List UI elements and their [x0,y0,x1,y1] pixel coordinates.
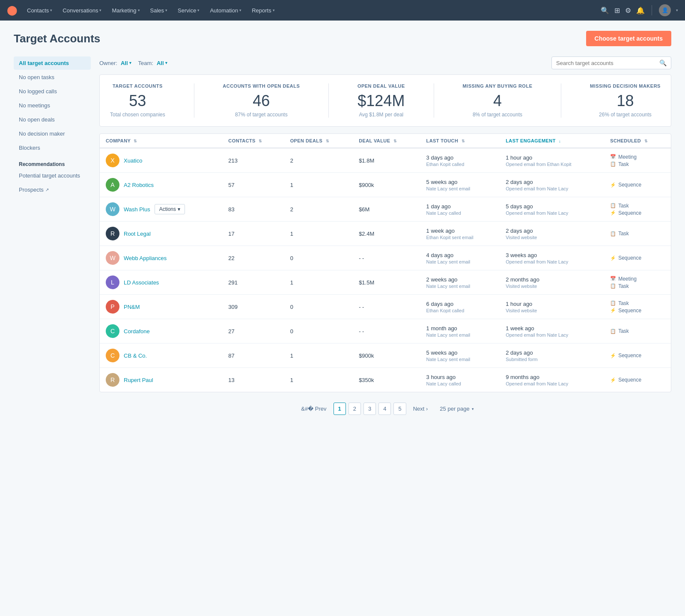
search-input[interactable] [556,60,657,66]
last-touch-primary: 3 days ago [426,154,494,161]
col-last-engagement[interactable]: LAST ENGAGEMENT ↓ [500,134,604,148]
scheduled-cell: ⚡ Sequence [604,344,671,368]
page-2-button[interactable]: 2 [348,403,361,415]
sidebar-item-no-decision-maker[interactable]: No decision maker [14,127,91,140]
avatar-chevron[interactable]: ▾ [676,8,678,12]
settings-icon[interactable]: ⚙ [625,6,631,15]
company-name[interactable]: LD Associates [124,279,159,286]
company-cell: C CB & Co. [100,344,222,368]
sidebar-item-blockers[interactable]: Blockers [14,141,91,154]
last-engagement-secondary: Opened email from Nate Lacy [506,381,598,386]
search-icon[interactable]: 🔍 [601,6,609,15]
owner-label: Owner: [99,60,117,66]
accounts-table: COMPANY ⇅ CONTACTS ⇅ OPEN DEALS ⇅ DEAL V… [100,134,671,392]
nav-contacts[interactable]: Contacts ▾ [23,5,57,16]
open-deals-cell: 1 [284,270,353,295]
col-scheduled[interactable]: SCHEDULED ⇅ [604,134,671,148]
last-engagement-primary: 2 days ago [506,228,598,234]
company-name[interactable]: Root Legal [124,231,151,237]
last-touch-primary: 1 day ago [426,203,494,210]
col-last-touch[interactable]: LAST TOUCH ⇅ [420,134,500,148]
col-company[interactable]: COMPANY ⇅ [100,134,222,148]
page-1-button[interactable]: 1 [334,403,346,415]
company-name[interactable]: PN&M [124,304,140,310]
last-engagement-primary: 9 months ago [506,374,598,380]
col-deal-value[interactable]: DEAL VALUE ⇅ [353,134,420,148]
company-name[interactable]: Cordafone [124,328,150,335]
deal-value-cell: - - [353,246,420,270]
scheduled-icon: 📅 [610,276,616,281]
scheduled-item: ⚡ Sequence [610,182,665,188]
filter-group: Owner: All ▾ Team: All ▾ [99,60,167,66]
company-name[interactable]: A2 Robotics [124,182,154,188]
nav-sales[interactable]: Sales ▾ [146,5,172,16]
hubspot-logo[interactable]: ⬤ [7,5,18,16]
page-5-button[interactable]: 5 [393,403,406,415]
next-button[interactable]: Next › [409,403,432,415]
company-name[interactable]: Wash Plus [124,206,150,213]
nav-automation[interactable]: Automation ▾ [206,5,246,16]
last-touch-cell: 5 weeks ago Nate Lacy sent email [420,344,500,368]
sidebar-item-no-open-deals[interactable]: No open deals [14,113,91,126]
scheduled-icon: ⚡ [610,377,616,383]
last-engagement-primary: 2 days ago [506,179,598,185]
last-touch-cell: 1 day ago Nate Lacy called [420,197,500,222]
table-row: R Root Legal 17 1 $2.4M 1 week ago Ethan… [100,222,671,246]
nav-marketing[interactable]: Marketing ▾ [107,5,144,16]
scheduled-icon: 📋 [610,329,616,334]
last-touch-secondary: Nate Lacy sent email [426,332,494,338]
owner-filter[interactable]: All ▾ [121,60,131,66]
scheduled-icon: 📋 [610,300,616,306]
company-name[interactable]: Xuatico [124,157,142,164]
last-engagement-cell: 2 days ago Visited website [500,222,604,246]
sidebar-item-no-logged-calls[interactable]: No logged calls [14,85,91,98]
nav-service[interactable]: Service ▾ [173,5,204,16]
sidebar-item-no-open-tasks[interactable]: No open tasks [14,71,91,84]
scheduled-cell: 📋 Task ⚡ Sequence [604,295,671,319]
open-deals-cell: 0 [284,246,353,270]
company-name[interactable]: CB & Co. [124,352,147,359]
stat-target-accounts-label: TARGET ACCOUNTS [110,83,165,89]
nav-reports[interactable]: Reports ▾ [247,5,279,16]
sidebar-item-all[interactable]: All target accounts [14,56,91,70]
sidebar-item-no-meetings[interactable]: No meetings [14,99,91,112]
last-engagement-secondary: Visited website [506,308,598,313]
company-name[interactable]: Webb Appliances [124,255,167,261]
apps-icon[interactable]: ⊞ [614,6,620,15]
actions-button[interactable]: Actions ▾ [155,204,185,214]
stat-buying-role-sub: 8% of target accounts [462,112,532,118]
stats-card: TARGET ACCOUNTS 53 Total chosen companie… [99,74,671,127]
col-open-deals[interactable]: OPEN DEALS ⇅ [284,134,353,148]
last-touch-secondary: Nate Lacy sent email [426,357,494,362]
recommendations-title: Recommendations [14,158,91,169]
page-4-button[interactable]: 4 [378,403,391,415]
prev-button[interactable]: &#� Prev [297,403,331,415]
scheduled-icon: ⚡ [610,353,616,358]
scheduled-icon: ⚡ [610,210,616,216]
choose-target-accounts-button[interactable]: Choose target accounts [586,31,671,46]
stat-target-accounts-sub: Total chosen companies [110,112,165,118]
nav-conversations[interactable]: Conversations ▾ [58,5,106,16]
deal-value-cell: - - [353,295,420,319]
company-name[interactable]: Rupert Paul [124,377,153,383]
sidebar-item-prospects[interactable]: Prospects ↗ [14,183,91,196]
per-page-selector[interactable]: 25 per page ▾ [440,406,474,412]
stat-decision-makers: MISSING DECISION MAKERS 18 26% of target… [590,83,661,118]
user-avatar[interactable]: 👤 [659,4,671,16]
stat-open-deals-value: 46 [223,92,300,110]
col-contacts[interactable]: CONTACTS ⇅ [222,134,284,148]
notifications-icon[interactable]: 🔔 [636,6,645,15]
scheduled-item: 📋 Task [610,161,665,167]
team-filter[interactable]: All ▾ [157,60,167,66]
scheduled-item: ⚡ Sequence [610,255,665,261]
last-touch-secondary: Nate Lacy called [426,210,494,216]
scheduled-icon: ⚡ [610,255,616,261]
sidebar-item-potential[interactable]: Potential target accounts [14,169,91,182]
page-title: Target Accounts [14,32,100,45]
stat-deal-value-value: $124M [357,92,405,110]
page-3-button[interactable]: 3 [363,403,376,415]
deal-value-cell: $1.8M [353,148,420,173]
last-touch-primary: 1 week ago [426,228,494,234]
table-card: COMPANY ⇅ CONTACTS ⇅ OPEN DEALS ⇅ DEAL V… [99,133,671,392]
nav-divider [652,5,652,15]
